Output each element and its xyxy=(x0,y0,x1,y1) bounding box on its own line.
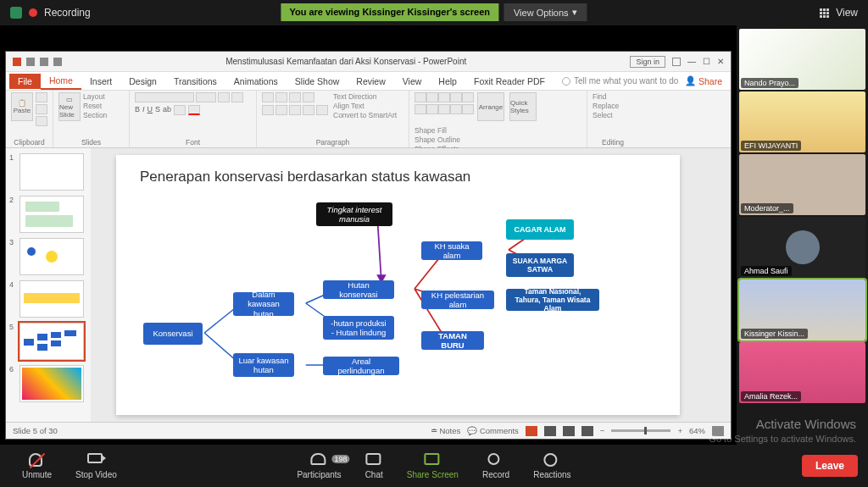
text-direction-button[interactable]: Text Direction xyxy=(333,92,397,101)
zoom-in-icon[interactable]: + xyxy=(677,426,682,435)
quick-access-toolbar[interactable] xyxy=(13,58,62,66)
thumb-1[interactable]: 1 xyxy=(9,153,87,191)
reading-view-icon[interactable] xyxy=(563,426,575,436)
line-spacing-icon[interactable] xyxy=(316,105,328,115)
tab-slideshow[interactable]: Slide Show xyxy=(287,74,348,89)
font-family-select[interactable] xyxy=(135,92,194,102)
tab-insert[interactable]: Insert xyxy=(81,74,120,89)
tell-me-search[interactable]: Tell me what you want to do xyxy=(562,76,678,86)
zoom-slider[interactable] xyxy=(611,429,670,432)
strike-icon[interactable]: S xyxy=(155,105,160,115)
shapes-gallery[interactable] xyxy=(415,92,472,114)
arrange-button[interactable]: Arrange xyxy=(477,92,504,121)
thumb-6[interactable]: 6 xyxy=(9,365,87,402)
chat-button[interactable]: Chat xyxy=(353,453,395,479)
participant-tile[interactable]: Nando Prayo... xyxy=(739,29,865,90)
slide-canvas[interactable]: Penerapan konservasi berdasarkan status … xyxy=(91,148,731,422)
thumb-4[interactable]: 4 xyxy=(9,280,87,318)
align-right-icon[interactable] xyxy=(289,105,301,115)
undo-icon[interactable] xyxy=(26,58,35,66)
tab-animations[interactable]: Animations xyxy=(225,74,287,89)
indent-inc-icon[interactable] xyxy=(303,92,314,102)
format-painter-icon[interactable] xyxy=(36,116,47,126)
reset-button[interactable]: Reset xyxy=(83,102,107,110)
tab-view[interactable]: View xyxy=(394,74,431,89)
tab-review[interactable]: Review xyxy=(348,74,393,89)
underline-icon[interactable]: U xyxy=(147,105,153,115)
participant-tile[interactable]: EFI WIJAYANTI xyxy=(739,91,865,152)
fit-to-window-icon[interactable] xyxy=(712,426,724,436)
justify-icon[interactable] xyxy=(303,105,314,115)
leave-button[interactable]: Leave xyxy=(802,455,858,477)
quick-styles-button[interactable]: Quick Styles xyxy=(509,92,537,121)
view-options-button[interactable]: View Options ▾ xyxy=(504,3,587,21)
participant-tile-speaking[interactable]: Kissinger Kissin... xyxy=(739,279,865,340)
tab-file[interactable]: File xyxy=(9,74,41,89)
participant-tile[interactable]: Ahmad Saufi xyxy=(739,217,865,278)
align-left-icon[interactable] xyxy=(262,105,274,115)
share-button[interactable]: 👤 Share xyxy=(685,75,727,86)
minimize-icon[interactable]: — xyxy=(687,57,696,66)
share-screen-button[interactable]: Share Screen xyxy=(395,453,470,479)
shadow-icon[interactable]: ab xyxy=(163,105,171,115)
thumb-5[interactable]: 5 xyxy=(9,323,87,360)
tab-foxit[interactable]: Foxit Reader PDF xyxy=(465,74,554,89)
start-from-beginning-icon[interactable] xyxy=(53,58,62,66)
cut-icon[interactable] xyxy=(36,92,47,102)
encryption-shield-icon[interactable] xyxy=(10,7,22,19)
decrease-font-icon[interactable] xyxy=(231,92,243,102)
font-size-select[interactable] xyxy=(196,92,216,102)
zoom-level[interactable]: 64% xyxy=(689,426,705,435)
participants-button[interactable]: 198 Participants xyxy=(285,453,353,479)
reactions-button[interactable]: Reactions xyxy=(521,453,582,479)
maximize-icon[interactable]: ☐ xyxy=(703,57,710,66)
section-button[interactable]: Section xyxy=(83,111,107,119)
smartart-button[interactable]: Convert to SmartArt xyxy=(333,111,397,119)
select-button[interactable]: Select xyxy=(593,111,613,119)
tab-home[interactable]: Home xyxy=(41,73,81,90)
unmute-button[interactable]: Unmute xyxy=(10,445,64,487)
layout-button[interactable]: Layout xyxy=(83,92,107,101)
close-icon[interactable]: ✕ xyxy=(717,57,724,66)
sorter-view-icon[interactable] xyxy=(544,426,556,436)
sign-in-button[interactable]: Sign in xyxy=(630,56,665,68)
slide-content[interactable]: Penerapan konservasi berdasarkan status … xyxy=(116,155,680,415)
bold-icon[interactable]: B xyxy=(135,105,140,115)
align-text-button[interactable]: Align Text xyxy=(333,102,397,110)
gallery-view-icon[interactable] xyxy=(820,8,829,18)
comments-button[interactable]: 💬 Comments xyxy=(467,426,519,435)
view-label[interactable]: View xyxy=(836,7,858,19)
new-slide-button[interactable]: ▭New Slide xyxy=(58,92,81,121)
redo-icon[interactable] xyxy=(40,58,48,66)
bullets-icon[interactable] xyxy=(262,92,274,102)
find-button[interactable]: Find xyxy=(593,92,607,101)
tab-transitions[interactable]: Transitions xyxy=(165,74,225,89)
participants-sidebar[interactable]: Nando Prayo... EFI WIJAYANTI Moderator_.… xyxy=(737,25,868,445)
participant-tile[interactable]: Amalia Rezek... xyxy=(739,342,865,403)
thumb-2[interactable]: 2 xyxy=(9,196,87,233)
font-color-icon[interactable] xyxy=(188,105,200,115)
ribbon-options-icon[interactable] xyxy=(672,58,681,66)
notes-button[interactable]: ≐ Notes xyxy=(431,426,460,435)
increase-font-icon[interactable] xyxy=(218,92,230,102)
participant-tile[interactable]: Moderator_... xyxy=(739,154,865,215)
shape-outline-button[interactable]: Shape Outline xyxy=(415,136,460,144)
save-icon[interactable] xyxy=(13,58,21,66)
italic-icon[interactable]: I xyxy=(142,105,145,115)
tab-design[interactable]: Design xyxy=(120,74,165,89)
thumb-3[interactable]: 3 xyxy=(9,238,87,275)
paste-button[interactable]: 📋Paste xyxy=(11,92,33,121)
numbering-icon[interactable] xyxy=(275,92,287,102)
replace-button[interactable]: Replace xyxy=(593,102,619,110)
tab-help[interactable]: Help xyxy=(430,74,465,89)
slideshow-view-icon[interactable] xyxy=(581,426,593,436)
record-button[interactable]: Record xyxy=(470,453,521,479)
char-spacing-icon[interactable] xyxy=(174,105,186,115)
shape-fill-button[interactable]: Shape Fill xyxy=(415,126,460,135)
zoom-out-icon[interactable]: − xyxy=(600,426,605,435)
normal-view-icon[interactable] xyxy=(526,426,537,436)
stop-video-button[interactable]: Stop Video xyxy=(64,445,129,487)
slide-thumbnails-pane[interactable]: 1 2 3 4 5 6 xyxy=(6,148,91,422)
copy-icon[interactable] xyxy=(36,104,47,114)
align-center-icon[interactable] xyxy=(275,105,287,115)
